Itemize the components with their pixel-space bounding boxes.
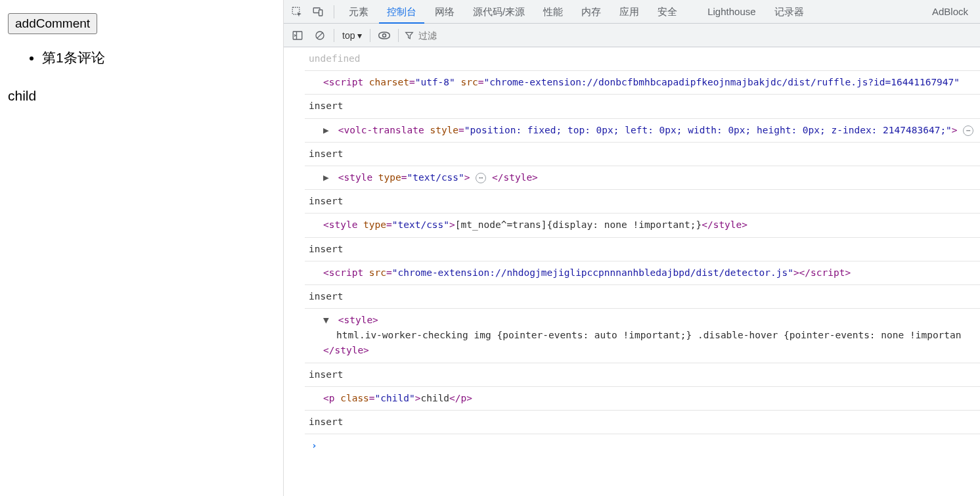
tab-recorder[interactable]: 记录器: [767, 0, 812, 24]
console-row: undefined: [305, 47, 980, 71]
divider: [370, 29, 370, 42]
tag: <style: [338, 172, 378, 183]
attr-val: "utf-8": [415, 77, 455, 87]
tag: >: [464, 172, 470, 183]
collapse-toggle-icon[interactable]: ▼: [323, 313, 332, 328]
log-text: insert: [309, 291, 343, 302]
tab-lighthouse[interactable]: Lighthouse: [700, 0, 763, 24]
log-text: undefined: [309, 53, 361, 64]
tag: <style>: [338, 315, 378, 325]
divider: [334, 29, 334, 42]
expand-toggle-icon[interactable]: ▶: [323, 170, 332, 185]
clear-console-icon[interactable]: [311, 27, 328, 44]
svg-line-6: [317, 32, 323, 37]
tab-security[interactable]: 安全: [650, 0, 685, 24]
attr: type: [363, 219, 386, 230]
attr: type: [378, 172, 401, 183]
list-item: 第1条评论: [42, 49, 275, 67]
tag: </style>: [323, 345, 369, 355]
attr-val: "chrome-extension://nhdogjmejiglipccpnnn…: [392, 267, 793, 278]
console-row: insert: [305, 238, 980, 261]
filter-icon: [404, 30, 414, 41]
tab-sources[interactable]: 源代码/来源: [465, 0, 533, 24]
attr-val: "text/css": [392, 219, 449, 230]
tab-application[interactable]: 应用: [612, 0, 647, 24]
tag: >: [449, 219, 455, 230]
tag: <style: [323, 219, 363, 230]
tag: <p: [323, 393, 340, 403]
css-text: [mt_node^=trans]{display: none !importan…: [455, 219, 702, 230]
tag: </script>: [799, 267, 851, 278]
tab-performance[interactable]: 性能: [535, 0, 571, 24]
css-text: html.iv-worker-checking img {pointer-eve…: [336, 330, 962, 340]
console-toolbar: top ▾: [284, 24, 980, 47]
log-text: insert: [309, 244, 343, 254]
prompt-caret-icon: ›: [311, 438, 317, 453]
context-selector[interactable]: top ▾: [340, 30, 365, 41]
console-row: <script charset="utf-8" src="chrome-exte…: [305, 71, 980, 95]
console-row: ▶ <volc-translate style="position: fixed…: [305, 119, 980, 143]
svg-rect-2: [319, 10, 323, 16]
svg-point-7: [383, 34, 386, 37]
console-row: insert: [305, 363, 980, 387]
attr: charset: [369, 77, 409, 87]
console-row: <p class="child">child</p>: [305, 387, 980, 411]
divider: [334, 5, 334, 18]
add-comment-button[interactable]: addComment: [8, 13, 97, 34]
svg-rect-3: [293, 32, 302, 39]
tag: </style>: [492, 172, 538, 183]
tag: <volc-translate: [338, 125, 430, 135]
console-output: undefined <script charset="utf-8" src="c…: [284, 47, 980, 496]
attr-val: "text/css": [407, 172, 464, 183]
tag: >: [793, 267, 799, 278]
attr-val: "child": [375, 393, 415, 403]
tag: >: [952, 125, 958, 135]
chevron-down-icon: ▾: [357, 30, 362, 41]
context-label: top: [342, 30, 355, 41]
tag: </style>: [702, 219, 747, 230]
console-row: <script src="chrome-extension://nhdogjme…: [305, 261, 980, 285]
tag: </p>: [449, 393, 472, 403]
tag: <script: [323, 267, 369, 278]
console-row: <style type="text/css">[mt_node^=trans]{…: [305, 214, 980, 237]
log-text: insert: [309, 417, 343, 427]
device-toolbar-icon[interactable]: [309, 3, 327, 21]
ellipsis-icon[interactable]: ⋯: [476, 173, 486, 183]
devtools-tabstrip: 元素 控制台 网络 源代码/来源 性能 内存 应用 安全 Lighthouse …: [284, 0, 980, 24]
tag: <script: [323, 77, 369, 87]
attr: src: [369, 267, 386, 278]
live-expression-icon[interactable]: [376, 27, 393, 44]
ellipsis-icon[interactable]: ⋯: [963, 125, 973, 136]
child-paragraph: child: [8, 88, 275, 104]
console-row: ▶ <style type="text/css"> ⋯ </style>: [305, 166, 980, 190]
log-text: insert: [309, 369, 343, 380]
log-text: insert: [309, 196, 343, 206]
attr-val: "chrome-extension://donbcfbmhbcapadipfke…: [483, 77, 960, 87]
devtools-panel: 元素 控制台 网络 源代码/来源 性能 内存 应用 安全 Lighthouse …: [284, 0, 980, 496]
console-prompt[interactable]: ›: [305, 434, 980, 457]
tab-memory[interactable]: 内存: [573, 0, 609, 24]
attr-val: "position: fixed; top: 0px; left: 0px; w…: [464, 125, 952, 135]
log-text: insert: [309, 148, 343, 159]
tab-network[interactable]: 网络: [427, 0, 462, 24]
page-content: addComment 第1条评论 child: [0, 0, 284, 496]
tab-adblock[interactable]: AdBlock: [924, 0, 976, 24]
filter-group: [404, 30, 484, 41]
inspect-element-icon[interactable]: [288, 3, 306, 21]
console-row: insert: [305, 143, 980, 166]
filter-input[interactable]: [418, 30, 484, 41]
expand-toggle-icon[interactable]: ▶: [323, 123, 332, 138]
comments-list: 第1条评论: [42, 49, 275, 67]
attr: class: [340, 393, 369, 403]
console-row: insert: [305, 95, 980, 118]
attr: style: [430, 125, 458, 135]
log-text: insert: [309, 101, 343, 111]
text-content: child: [420, 393, 449, 403]
console-row: insert: [305, 190, 980, 214]
divider: [398, 29, 399, 42]
console-row: insert: [305, 285, 980, 309]
sidebar-toggle-icon[interactable]: [289, 27, 306, 44]
tab-elements[interactable]: 元素: [341, 0, 376, 24]
console-row: insert: [305, 411, 980, 434]
tab-console[interactable]: 控制台: [379, 0, 424, 24]
